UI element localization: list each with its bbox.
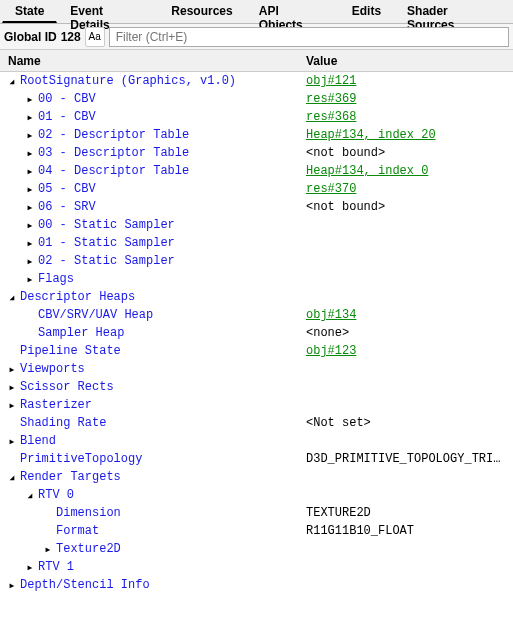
expand-icon[interactable] [24,273,36,285]
expand-icon[interactable] [24,129,36,141]
tree-row[interactable]: 05 - CBVres#370 [0,180,513,198]
row-value-link[interactable]: res#370 [300,182,513,196]
tree-row[interactable]: FormatR11G11B10_FLOAT [0,522,513,540]
row-value-link[interactable]: Heap#134, index 0 [300,164,513,178]
row-value: <not bound> [300,200,513,214]
tree-row[interactable]: Scissor Rects [0,378,513,396]
row-value-link[interactable]: obj#123 [300,344,513,358]
tree-row[interactable]: 03 - Descriptor Table<not bound> [0,144,513,162]
tab-resources[interactable]: Resources [158,0,245,23]
collapse-icon[interactable] [6,75,18,87]
tab-api-objects[interactable]: API Objects [246,0,339,23]
expand-icon[interactable] [6,579,18,591]
tab-state[interactable]: State [2,0,57,23]
twisty-none [24,309,36,321]
tree-row[interactable]: Rasterizer [0,396,513,414]
tree-row[interactable]: Sampler Heap<none> [0,324,513,342]
row-name: Sampler Heap [38,326,124,340]
row-value-link[interactable]: res#368 [300,110,513,124]
tree-row[interactable]: 02 - Descriptor TableHeap#134, index 20 [0,126,513,144]
row-name: Depth/Stencil Info [20,578,150,592]
expand-icon[interactable] [24,561,36,573]
twisty-none [6,453,18,465]
tree-row[interactable]: Viewports [0,360,513,378]
expand-icon[interactable] [24,165,36,177]
row-value: <Not set> [300,416,513,430]
tree-row[interactable]: RTV 1 [0,558,513,576]
column-header-value[interactable]: Value [300,54,513,68]
expand-icon[interactable] [24,237,36,249]
row-value-link[interactable]: Heap#134, index 20 [300,128,513,142]
expand-icon[interactable] [24,147,36,159]
expand-icon[interactable] [6,363,18,375]
tree-row[interactable]: Pipeline Stateobj#123 [0,342,513,360]
tree-row[interactable]: 00 - Static Sampler [0,216,513,234]
tree-row[interactable]: Blend [0,432,513,450]
collapse-icon[interactable] [6,471,18,483]
row-name: 00 - Static Sampler [38,218,175,232]
tree-row[interactable]: 01 - Static Sampler [0,234,513,252]
column-header-name[interactable]: Name [0,54,300,68]
collapse-icon[interactable] [6,291,18,303]
collapse-icon[interactable] [24,489,36,501]
row-name: Texture2D [56,542,121,556]
row-name: RTV 1 [38,560,74,574]
expand-icon[interactable] [6,435,18,447]
twisty-none [24,327,36,339]
tree-row[interactable]: RTV 0 [0,486,513,504]
tree-row[interactable]: RootSignature (Graphics, v1.0)obj#121 [0,72,513,90]
row-value: D3D_PRIMITIVE_TOPOLOGY_TRI… [300,452,513,466]
row-value-link[interactable]: obj#134 [300,308,513,322]
tree-row[interactable]: Flags [0,270,513,288]
row-name: RTV 0 [38,488,74,502]
global-id-label: Global ID [4,30,57,44]
expand-icon[interactable] [24,255,36,267]
tree-row[interactable]: Render Targets [0,468,513,486]
expand-icon[interactable] [24,111,36,123]
row-value-link[interactable]: obj#121 [300,74,513,88]
expand-icon[interactable] [6,399,18,411]
row-name: 05 - CBV [38,182,96,196]
tree-row[interactable]: Texture2D [0,540,513,558]
tree-row[interactable]: Depth/Stencil Info [0,576,513,594]
tree-row[interactable]: 04 - Descriptor TableHeap#134, index 0 [0,162,513,180]
case-toggle-button[interactable]: Aa [85,27,105,47]
tree-row[interactable]: 01 - CBVres#368 [0,108,513,126]
expand-icon[interactable] [42,543,54,555]
row-name: Flags [38,272,74,286]
row-name: 00 - CBV [38,92,96,106]
tree-row[interactable]: PrimitiveTopologyD3D_PRIMITIVE_TOPOLOGY_… [0,450,513,468]
twisty-none [42,507,54,519]
expand-icon[interactable] [24,201,36,213]
row-name: Rasterizer [20,398,92,412]
tree-row[interactable]: Descriptor Heaps [0,288,513,306]
row-name: 04 - Descriptor Table [38,164,189,178]
row-name: Render Targets [20,470,121,484]
row-name: Viewports [20,362,85,376]
tab-edits[interactable]: Edits [339,0,394,23]
tab-shader-sources[interactable]: Shader Sources [394,0,511,23]
tree-row[interactable]: Shading Rate<Not set> [0,414,513,432]
row-name: Format [56,524,99,538]
tree-row[interactable]: 06 - SRV<not bound> [0,198,513,216]
row-name: 01 - Static Sampler [38,236,175,250]
row-name: 02 - Static Sampler [38,254,175,268]
row-value-link[interactable]: res#369 [300,92,513,106]
state-tree[interactable]: RootSignature (Graphics, v1.0)obj#12100 … [0,72,513,631]
column-headers: Name Value [0,50,513,72]
row-name: Shading Rate [20,416,106,430]
expand-icon[interactable] [6,381,18,393]
row-name: Pipeline State [20,344,121,358]
tab-event-details[interactable]: Event Details [57,0,158,23]
tree-row[interactable]: 02 - Static Sampler [0,252,513,270]
global-id-value: 128 [61,30,81,44]
row-name: CBV/SRV/UAV Heap [38,308,153,322]
expand-icon[interactable] [24,93,36,105]
tree-row[interactable]: CBV/SRV/UAV Heapobj#134 [0,306,513,324]
tree-row[interactable]: DimensionTEXTURE2D [0,504,513,522]
expand-icon[interactable] [24,219,36,231]
row-value: TEXTURE2D [300,506,513,520]
tree-row[interactable]: 00 - CBVres#369 [0,90,513,108]
expand-icon[interactable] [24,183,36,195]
filter-input[interactable] [109,27,509,47]
